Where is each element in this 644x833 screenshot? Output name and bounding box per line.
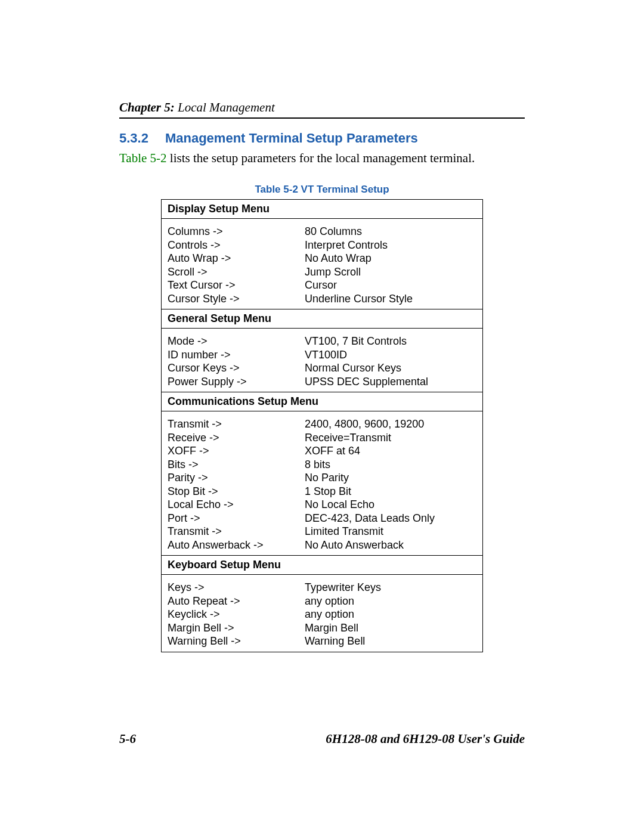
table-section-header: Keyboard Setup Menu — [162, 556, 482, 575]
table-section-body: Keys ->Typewriter Keys Auto Repeat ->any… — [162, 575, 482, 652]
chapter-title: Local Management — [175, 100, 275, 114]
param-value: Limited Transmit — [305, 525, 476, 538]
table-row: Auto Repeat ->any option — [168, 594, 476, 608]
param-label: Local Echo -> — [168, 498, 305, 512]
param-label: Cursor Style -> — [168, 292, 305, 306]
table-row: Transmit ->2400, 4800, 9600, 19200 — [168, 417, 476, 431]
section-title: Management Terminal Setup Parameters — [165, 131, 418, 145]
page-footer: 5-6 6H128-08 and 6H129-08 User's Guide — [119, 732, 525, 747]
chapter-prefix: Chapter 5: — [119, 100, 175, 114]
param-value: any option — [305, 608, 476, 621]
setup-table: Display Setup Menu Columns ->80 Columns … — [161, 199, 483, 652]
param-value: Typewriter Keys — [305, 581, 476, 594]
table-section-header: Display Setup Menu — [162, 200, 482, 219]
table-row: Keyclick ->any option — [168, 608, 476, 621]
param-label: Keys -> — [168, 581, 305, 594]
param-value: No Local Echo — [305, 498, 476, 512]
param-value: Warning Bell — [305, 634, 476, 648]
table-row: Warning Bell ->Warning Bell — [168, 634, 476, 648]
header-rule — [119, 117, 525, 119]
param-label: ID number -> — [168, 348, 305, 362]
param-value: 1 Stop Bit — [305, 485, 476, 498]
param-value: Margin Bell — [305, 621, 476, 635]
table-row: Local Echo ->No Local Echo — [168, 498, 476, 512]
param-label: Controls -> — [168, 239, 305, 252]
param-value: No Auto Answerback — [305, 538, 476, 552]
table-row: Stop Bit ->1 Stop Bit — [168, 485, 476, 498]
param-label: Transmit -> — [168, 525, 305, 538]
intro-text: Table 5-2 lists the setup parameters for… — [119, 151, 525, 166]
param-label: XOFF -> — [168, 444, 305, 458]
table-section-body: Mode ->VT100, 7 Bit Controls ID number -… — [162, 329, 482, 392]
param-label: Mode -> — [168, 335, 305, 348]
param-value: UPSS DEC Supplemental — [305, 375, 476, 389]
table-section-body: Transmit ->2400, 4800, 9600, 19200 Recei… — [162, 411, 482, 556]
param-label: Auto Answerback -> — [168, 538, 305, 552]
table-row: ID number ->VT100ID — [168, 348, 476, 362]
param-label: Stop Bit -> — [168, 485, 305, 498]
table-row: Columns ->80 Columns — [168, 225, 476, 239]
table-caption: Table 5-2 VT Terminal Setup — [119, 184, 525, 196]
param-value: Interpret Controls — [305, 239, 476, 252]
table-row: Cursor Keys ->Normal Cursor Keys — [168, 361, 476, 375]
param-label: Transmit -> — [168, 417, 305, 431]
param-value: any option — [305, 594, 476, 608]
param-value: Cursor — [305, 278, 476, 292]
table-row: Auto Wrap ->No Auto Wrap — [168, 252, 476, 265]
table-row: Keys ->Typewriter Keys — [168, 581, 476, 594]
table-reference[interactable]: Table 5-2 — [119, 151, 167, 165]
param-label: Parity -> — [168, 471, 305, 485]
param-label: Keyclick -> — [168, 608, 305, 621]
table-row: Power Supply ->UPSS DEC Supplemental — [168, 375, 476, 389]
param-label: Text Cursor -> — [168, 278, 305, 292]
table-row: Controls ->Interpret Controls — [168, 239, 476, 252]
param-label: Scroll -> — [168, 265, 305, 279]
param-label: Warning Bell -> — [168, 634, 305, 648]
param-value: Normal Cursor Keys — [305, 361, 476, 375]
param-label: Cursor Keys -> — [168, 361, 305, 375]
table-row: Mode ->VT100, 7 Bit Controls — [168, 335, 476, 348]
param-value: 8 bits — [305, 458, 476, 472]
param-value: VT100ID — [305, 348, 476, 362]
table-section-body: Columns ->80 Columns Controls ->Interpre… — [162, 219, 482, 309]
param-value: VT100, 7 Bit Controls — [305, 335, 476, 348]
section-heading: 5.3.2Management Terminal Setup Parameter… — [119, 131, 525, 146]
page-number: 5-6 — [119, 732, 136, 747]
param-label: Columns -> — [168, 225, 305, 239]
table-row: Port ->DEC-423, Data Leads Only — [168, 512, 476, 525]
param-value: 2400, 4800, 9600, 19200 — [305, 417, 476, 431]
param-value: Underline Cursor Style — [305, 292, 476, 306]
param-label: Auto Repeat -> — [168, 594, 305, 608]
guide-title: 6H128-08 and 6H129-08 User's Guide — [326, 732, 525, 747]
param-value: XOFF at 64 — [305, 444, 476, 458]
chapter-header: Chapter 5: Local Management — [119, 100, 525, 115]
param-label: Margin Bell -> — [168, 621, 305, 635]
param-label: Receive -> — [168, 431, 305, 445]
table-section-header: Communications Setup Menu — [162, 392, 482, 411]
table-row: Cursor Style ->Underline Cursor Style — [168, 292, 476, 306]
param-label: Power Supply -> — [168, 375, 305, 389]
param-label: Port -> — [168, 512, 305, 525]
param-value: No Parity — [305, 471, 476, 485]
param-value: 80 Columns — [305, 225, 476, 239]
intro-rest: lists the setup parameters for the local… — [167, 151, 475, 165]
page-content: Chapter 5: Local Management 5.3.2Managem… — [0, 0, 644, 652]
table-row: Auto Answerback ->No Auto Answerback — [168, 538, 476, 552]
param-value: Jump Scroll — [305, 265, 476, 279]
table-row: Margin Bell ->Margin Bell — [168, 621, 476, 635]
section-number: 5.3.2 — [119, 131, 148, 146]
param-value: Receive=Transmit — [305, 431, 476, 445]
table-section-header: General Setup Menu — [162, 309, 482, 329]
table-row: Transmit ->Limited Transmit — [168, 525, 476, 538]
param-value: No Auto Wrap — [305, 252, 476, 265]
table-row: XOFF ->XOFF at 64 — [168, 444, 476, 458]
table-row: Parity ->No Parity — [168, 471, 476, 485]
table-row: Receive ->Receive=Transmit — [168, 431, 476, 445]
table-row: Bits ->8 bits — [168, 458, 476, 472]
table-row: Text Cursor ->Cursor — [168, 278, 476, 292]
param-value: DEC-423, Data Leads Only — [305, 512, 476, 525]
param-label: Auto Wrap -> — [168, 252, 305, 265]
param-label: Bits -> — [168, 458, 305, 472]
table-row: Scroll ->Jump Scroll — [168, 265, 476, 279]
